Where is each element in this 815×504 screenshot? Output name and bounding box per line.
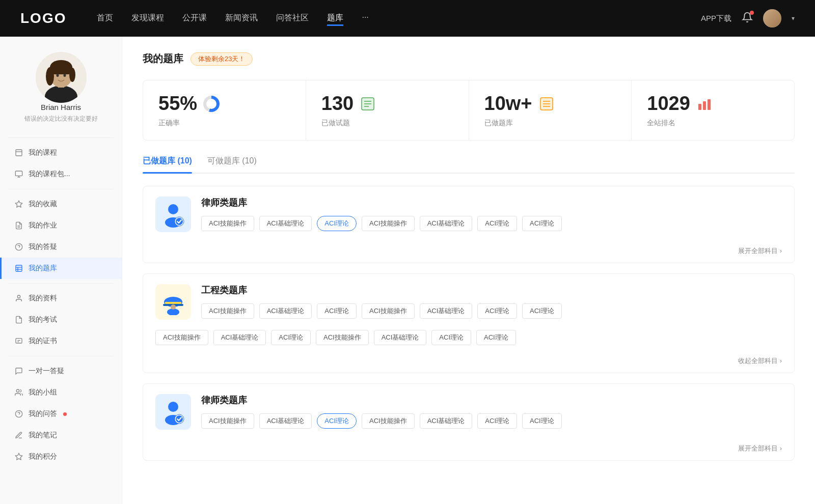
avatar[interactable]	[763, 9, 781, 27]
profile-avatar	[36, 52, 87, 103]
ranking-icon	[696, 96, 713, 112]
tag-aci-theory-1[interactable]: ACI理论	[477, 216, 517, 231]
qbank-info-lawyer-1: 律师类题库 ACI技能操作 ACI基础理论 ACI理论 ACI技能操作 ACI基…	[201, 197, 782, 231]
l2-tag-4[interactable]: ACI技能操作	[362, 413, 415, 429]
nav-question-bank[interactable]: 题库	[327, 11, 343, 26]
tag-aci-skill-1[interactable]: ACI技能操作	[201, 216, 254, 231]
qbank-header-engineer: 工程类题库 ACI技能操作 ACI基础理论 ACI理论 ACI技能操作 ACI基…	[143, 274, 794, 330]
eng-tag-4[interactable]: ACI技能操作	[362, 303, 415, 319]
expand-lawyer-1[interactable]: 展开全部科目 ›	[143, 242, 794, 263]
nav-discover[interactable]: 发现课程	[131, 11, 164, 26]
qbank-icon-engineer	[155, 284, 191, 320]
sidebar-item-course-package[interactable]: 我的课程包...	[0, 163, 122, 185]
eng-extra-tag-6[interactable]: ACI理论	[431, 330, 471, 345]
nav-news[interactable]: 新闻资讯	[225, 11, 258, 26]
eng-extra-tag-2[interactable]: ACI基础理论	[213, 330, 266, 345]
eng-tag-7[interactable]: ACI理论	[522, 303, 562, 319]
eng-tag-3[interactable]: ACI理论	[317, 303, 357, 319]
notification-bell[interactable]	[742, 12, 753, 25]
done-banks-icon	[538, 96, 555, 112]
group-label: 我的小组	[29, 388, 57, 397]
eng-tag-5[interactable]: ACI基础理论	[420, 303, 473, 319]
sidebar-item-profile[interactable]: 我的资料	[0, 288, 122, 309]
sidebar-item-certificate[interactable]: 我的证书	[0, 330, 122, 352]
svg-point-9	[63, 74, 66, 77]
group-icon	[14, 388, 23, 397]
user-dropdown-arrow[interactable]: ▾	[792, 15, 795, 22]
sidebar-item-points[interactable]: 我的积分	[0, 446, 122, 467]
sidebar-item-my-qa[interactable]: 我的答疑	[0, 236, 122, 258]
l2-tag-2[interactable]: ACI基础理论	[259, 413, 312, 429]
tag-aci-basic-1[interactable]: ACI基础理论	[259, 216, 312, 231]
navbar-right: APP下载 ▾	[701, 9, 795, 27]
collapse-engineer[interactable]: 收起全部科目 ›	[143, 352, 794, 373]
exam-icon	[14, 315, 23, 324]
user-name: Brian Harris	[41, 103, 81, 111]
l2-tag-7[interactable]: ACI理论	[522, 413, 562, 429]
sidebar-item-homework[interactable]: 我的作业	[0, 215, 122, 236]
tag-aci-basic-2[interactable]: ACI基础理论	[420, 216, 473, 231]
sidebar-item-exam[interactable]: 我的考试	[0, 309, 122, 330]
tag-aci-skill-2[interactable]: ACI技能操作	[362, 216, 415, 231]
eng-extra-tag-4[interactable]: ACI技能操作	[316, 330, 369, 345]
my-courses-label: 我的课程	[29, 148, 57, 157]
eng-tag-2[interactable]: ACI基础理论	[259, 303, 312, 319]
profile-icon	[14, 294, 23, 303]
sidebar-item-one-on-one[interactable]: 一对一答疑	[0, 360, 122, 382]
app-download-button[interactable]: APP下载	[701, 14, 731, 23]
nav-more[interactable]: ···	[362, 11, 368, 26]
question-bank-label: 我的题库	[29, 264, 57, 273]
eng-extra-tag-5[interactable]: ACI基础理论	[374, 330, 427, 345]
one-on-one-icon	[14, 367, 23, 376]
svg-point-53	[171, 304, 176, 310]
eng-extra-tag-7[interactable]: ACI理论	[476, 330, 516, 345]
qbank-icon-lawyer-2	[155, 394, 191, 430]
l2-tag-3-active[interactable]: ACI理论	[317, 413, 357, 429]
certificate-label: 我的证书	[29, 337, 57, 346]
my-qa-label: 我的答疑	[29, 242, 57, 251]
notes-icon	[14, 431, 23, 440]
qbank-name-lawyer-2: 律师类题库	[201, 394, 782, 406]
tab-available-banks[interactable]: 可做题库 (10)	[207, 156, 257, 173]
sidebar-item-notes[interactable]: 我的笔记	[0, 425, 122, 446]
qbank-extra-tags-engineer: ACI技能操作 ACI基础理论 ACI理论 ACI技能操作 ACI基础理论 AC…	[143, 330, 794, 352]
qbank-icon-lawyer-1	[155, 197, 191, 232]
done-questions-label: 已做试题	[321, 119, 453, 128]
correct-rate-label: 正确率	[158, 119, 290, 128]
sidebar-item-question-bank[interactable]: 我的题库	[0, 258, 122, 279]
eng-tag-1[interactable]: ACI技能操作	[201, 303, 254, 319]
trial-badge: 体验剩余23天！	[191, 52, 253, 66]
l2-tag-1[interactable]: ACI技能操作	[201, 413, 254, 429]
eng-extra-tag-1[interactable]: ACI技能操作	[155, 330, 208, 345]
sidebar-item-group[interactable]: 我的小组	[0, 382, 122, 403]
tabs: 已做题库 (10) 可做题库 (10)	[143, 156, 795, 174]
tab-done-banks[interactable]: 已做题库 (10)	[143, 156, 192, 173]
qbank-tags-lawyer-1: ACI技能操作 ACI基础理论 ACI理论 ACI技能操作 ACI基础理论 AC…	[201, 216, 782, 231]
user-motto: 错误的决定比没有决定要好	[24, 115, 98, 123]
tag-aci-theory-active-1[interactable]: ACI理论	[317, 216, 357, 231]
svg-point-44	[168, 204, 178, 214]
done-banks-label: 已做题库	[484, 119, 616, 128]
nav-home[interactable]: 首页	[97, 11, 113, 26]
qbank-tags-engineer-row1: ACI技能操作 ACI基础理论 ACI理论 ACI技能操作 ACI基础理论 AC…	[201, 303, 782, 319]
sidebar-item-my-courses[interactable]: 我的课程	[0, 142, 122, 163]
svg-marker-15	[15, 201, 22, 207]
expand-lawyer-2[interactable]: 展开全部科目 ›	[143, 440, 794, 460]
sidebar-item-questions[interactable]: 我的问答	[0, 403, 122, 425]
my-courses-icon	[14, 148, 23, 157]
svg-rect-43	[708, 99, 711, 110]
nav-open-course[interactable]: 公开课	[182, 11, 207, 26]
ranking-label: 全站排名	[647, 119, 779, 128]
svg-rect-41	[698, 104, 701, 110]
svg-point-24	[17, 295, 20, 298]
l2-tag-5[interactable]: ACI基础理论	[420, 413, 473, 429]
nav-qa[interactable]: 问答社区	[276, 11, 309, 26]
eng-extra-tag-3[interactable]: ACI理论	[271, 330, 311, 345]
svg-rect-25	[16, 339, 22, 343]
l2-tag-6[interactable]: ACI理论	[477, 413, 517, 429]
eng-tag-6[interactable]: ACI理论	[477, 303, 517, 319]
tag-aci-theory-2[interactable]: ACI理论	[522, 216, 562, 231]
sidebar-item-favorites[interactable]: 我的收藏	[0, 193, 122, 215]
questions-icon	[14, 409, 23, 418]
logo: LOGO	[20, 10, 66, 26]
